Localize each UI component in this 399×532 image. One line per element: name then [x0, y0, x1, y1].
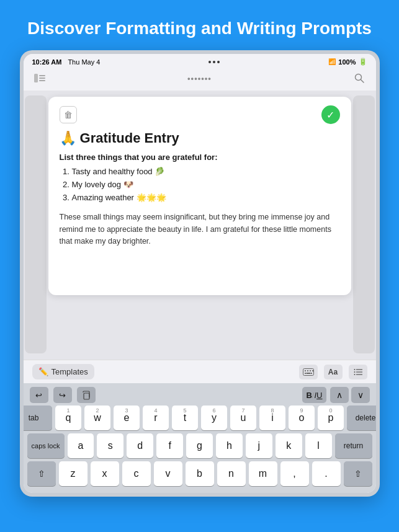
- nav-bar: •••••••: [24, 67, 376, 91]
- key-h[interactable]: h: [216, 433, 243, 458]
- svg-rect-7: [305, 370, 306, 371]
- key-j[interactable]: j: [246, 433, 272, 458]
- keyboard-format-row: ↩ ↪ B / I U: [25, 386, 375, 406]
- key-o[interactable]: 9o: [289, 406, 315, 430]
- sidebar-toggle-icon[interactable]: [31, 69, 48, 87]
- text-format-right: B / I U ∧ ∨: [302, 387, 369, 403]
- key-s[interactable]: s: [97, 433, 123, 458]
- key-caps[interactable]: caps lock: [27, 433, 65, 458]
- content-area: 🗑 ✓ 🙏 Gratitude Entry List three things …: [24, 91, 376, 360]
- keyboard-row-2: caps lock a s d f g h j k l return: [25, 433, 375, 458]
- list-item: Amazing weather 🌟🌟🌟: [72, 192, 340, 205]
- key-d[interactable]: d: [127, 433, 153, 458]
- svg-rect-2: [39, 78, 45, 79]
- device-frame: 10:26 AM Thu May 4 📶 100% 🔋: [20, 50, 380, 497]
- copy-button[interactable]: [77, 387, 96, 403]
- key-g[interactable]: g: [186, 433, 213, 458]
- chevron-down-button[interactable]: ∨: [351, 387, 370, 403]
- list-item: My lovely dog 🐶: [72, 179, 340, 192]
- key-y[interactable]: 6y: [201, 406, 227, 430]
- search-icon[interactable]: [351, 69, 368, 87]
- svg-rect-8: [307, 370, 308, 371]
- done-button[interactable]: ✓: [321, 105, 340, 124]
- nav-title: •••••••: [187, 74, 212, 83]
- svg-line-5: [361, 80, 364, 83]
- redo-button[interactable]: ↪: [53, 387, 72, 403]
- key-w[interactable]: 2w: [84, 406, 110, 430]
- kb-chevrons: ∧ ∨: [330, 387, 370, 403]
- svg-rect-1: [39, 75, 45, 76]
- key-shift-left[interactable]: ⇧: [27, 461, 56, 486]
- svg-rect-3: [39, 80, 45, 81]
- kb-top-left: ↩ ↪: [30, 387, 96, 403]
- delete-button[interactable]: 🗑: [60, 106, 77, 123]
- hero-title: Discover Formatting and Writing Prompts: [2, 0, 397, 50]
- svg-rect-20: [84, 393, 89, 399]
- status-dots: [208, 61, 220, 63]
- svg-rect-12: [306, 373, 310, 374]
- chevron-up-button[interactable]: ∧: [330, 387, 349, 403]
- svg-rect-11: [305, 373, 306, 374]
- bg-page-left: [25, 95, 47, 353]
- key-r[interactable]: 4r: [143, 406, 169, 430]
- key-comma[interactable]: ,: [280, 461, 309, 486]
- templates-icon: ✏️: [38, 367, 48, 376]
- key-period[interactable]: .: [312, 461, 341, 486]
- note-heading: 🙏 Gratitude Entry: [60, 130, 340, 146]
- bold-italic-underline[interactable]: B / I U: [302, 387, 326, 403]
- status-bar: 10:26 AM Thu May 4 📶 100% 🔋: [24, 54, 376, 67]
- key-a[interactable]: a: [68, 433, 94, 458]
- list-item: Tasty and healthy food 🥬: [72, 166, 340, 179]
- wifi-icon: 📶: [328, 58, 336, 65]
- key-return[interactable]: return: [335, 433, 372, 458]
- key-v[interactable]: v: [154, 461, 182, 486]
- key-q[interactable]: 1q: [55, 406, 81, 430]
- key-delete[interactable]: delete: [347, 406, 376, 430]
- underline-label: U: [316, 391, 322, 400]
- note-card: 🗑 ✓ 🙏 Gratitude Entry List three things …: [48, 97, 351, 295]
- key-t[interactable]: 5t: [172, 406, 198, 430]
- note-list: Tasty and healthy food 🥬 My lovely dog 🐶…: [60, 166, 340, 204]
- svg-point-19: [354, 374, 355, 375]
- key-i[interactable]: 8i: [259, 406, 285, 430]
- key-n[interactable]: n: [217, 461, 246, 486]
- note-toolbar: 🗑 ✓: [60, 105, 340, 124]
- svg-rect-13: [311, 373, 312, 374]
- key-tab[interactable]: tab: [24, 406, 53, 430]
- key-k[interactable]: k: [276, 433, 302, 458]
- key-p[interactable]: 0p: [318, 406, 344, 430]
- svg-rect-0: [34, 74, 38, 82]
- status-time: 10:26 AM: [32, 58, 62, 66]
- keyboard: ↩ ↪ B / I U: [24, 383, 376, 493]
- svg-rect-6: [303, 368, 313, 375]
- status-date: Thu May 4: [68, 58, 100, 66]
- key-u[interactable]: 7u: [230, 406, 256, 430]
- svg-point-17: [354, 369, 355, 370]
- keyboard-icon[interactable]: [299, 365, 318, 379]
- list-format-button[interactable]: [349, 365, 367, 379]
- bg-page-right: [353, 95, 375, 353]
- device-screen: 10:26 AM Thu May 4 📶 100% 🔋: [24, 54, 376, 493]
- key-z[interactable]: z: [59, 461, 87, 486]
- svg-point-18: [354, 371, 355, 373]
- battery-icon: 🔋: [359, 58, 367, 66]
- key-shift-right[interactable]: ⇧: [344, 461, 372, 486]
- undo-button[interactable]: ↩: [30, 387, 48, 403]
- key-e[interactable]: 3e: [114, 406, 140, 430]
- key-l[interactable]: l: [305, 433, 332, 458]
- status-right: 📶 100% 🔋: [328, 58, 367, 66]
- key-m[interactable]: m: [249, 461, 277, 486]
- keyboard-row-3: ⇧ z x c v b n m , . ⇧: [25, 461, 375, 486]
- keyboard-row-1: tab 1q 2w 3e 4r 5t 6y 7u 8i 9o 0p delete: [25, 406, 375, 430]
- key-f[interactable]: f: [156, 433, 183, 458]
- font-size-button[interactable]: Aa: [324, 365, 343, 379]
- svg-rect-9: [310, 370, 311, 371]
- templates-label: Templates: [52, 367, 88, 376]
- key-c[interactable]: c: [122, 461, 151, 486]
- key-x[interactable]: x: [91, 461, 119, 486]
- svg-rect-10: [312, 370, 313, 371]
- note-subheading: List three things that you are grateful …: [60, 153, 340, 162]
- bottom-right-icons: Aa: [299, 365, 367, 379]
- key-b[interactable]: b: [186, 461, 214, 486]
- templates-button[interactable]: ✏️ Templates: [32, 364, 94, 379]
